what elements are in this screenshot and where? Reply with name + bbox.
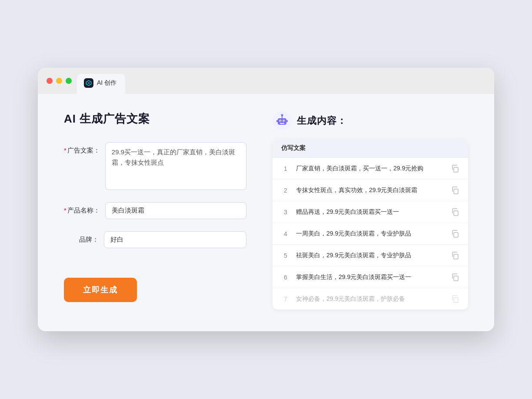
robot-icon bbox=[273, 111, 292, 130]
svg-rect-14 bbox=[454, 189, 458, 194]
svg-point-8 bbox=[280, 120, 281, 121]
row-text: 赠品再送，29.9元美白淡斑霜买一送一 bbox=[296, 207, 445, 216]
copy-icon[interactable] bbox=[451, 186, 459, 195]
right-header: 生成内容： bbox=[273, 111, 468, 130]
svg-point-9 bbox=[283, 120, 284, 121]
copy-icon[interactable] bbox=[451, 295, 459, 303]
minimize-button[interactable] bbox=[56, 78, 62, 84]
row-text: 厂家直销，美白淡斑霜，买一送一，29.9元抢购 bbox=[296, 164, 445, 173]
required-star-ad: * bbox=[64, 146, 66, 154]
row-num: 7 bbox=[281, 296, 290, 303]
svg-rect-11 bbox=[276, 120, 278, 122]
copy-icon[interactable] bbox=[451, 251, 459, 260]
right-panel-title: 生成内容： bbox=[297, 114, 347, 127]
svg-rect-15 bbox=[454, 211, 458, 216]
browser-content: AI 生成广告文案 *广告文案： 29.9买一送一，真正的厂家直销，美白淡斑霜，… bbox=[38, 94, 494, 331]
row-text: 专抹女性斑点，真实功效，29.9元美白淡斑霜 bbox=[296, 186, 445, 195]
table-row: 2 专抹女性斑点，真实功效，29.9元美白淡斑霜 bbox=[273, 180, 468, 201]
svg-text:AI: AI bbox=[87, 82, 90, 84]
row-num: 6 bbox=[281, 274, 290, 281]
row-text: 女神必备，29.9元美白淡斑霜，护肤必备 bbox=[296, 294, 445, 303]
brand-label: 品牌： bbox=[64, 231, 99, 244]
maximize-button[interactable] bbox=[66, 78, 72, 84]
table-row: 4 一周美白，29.9元美白淡斑霜，专业护肤品 bbox=[273, 223, 468, 245]
right-panel: 生成内容： 仿写文案 1 厂家直销，美白淡斑霜，买一送一，29.9元抢购 bbox=[273, 111, 468, 309]
row-text: 祛斑美白，29.9元美白淡斑霜，专业护肤品 bbox=[296, 251, 445, 260]
row-num: 4 bbox=[281, 230, 290, 237]
table-row: 6 掌握美白生活，29.9元美白淡斑霜买一送一 bbox=[273, 266, 468, 288]
product-name-group: *产品名称： bbox=[64, 202, 246, 219]
svg-rect-18 bbox=[454, 276, 458, 281]
copy-icon[interactable] bbox=[451, 229, 459, 238]
brand-group: 品牌： bbox=[64, 231, 246, 248]
generate-button[interactable]: 立即生成 bbox=[64, 278, 137, 302]
browser-window: AI AI 创作 AI 生成广告文案 *广告文案： 29.9买一送一，真正的厂家… bbox=[38, 68, 494, 331]
row-text: 一周美白，29.9元美白淡斑霜，专业护肤品 bbox=[296, 229, 445, 238]
row-num: 1 bbox=[281, 165, 290, 172]
table-row: 3 赠品再送，29.9元美白淡斑霜买一送一 bbox=[273, 201, 468, 223]
table-row: 5 祛斑美白，29.9元美白淡斑霜，专业护肤品 bbox=[273, 245, 468, 266]
svg-rect-12 bbox=[286, 120, 288, 122]
ad-copy-group: *广告文案： 29.9买一送一，真正的厂家直销，美白淡斑霜，专抹女性斑点 bbox=[64, 142, 246, 190]
svg-rect-13 bbox=[454, 167, 458, 172]
required-star-product: * bbox=[64, 206, 66, 214]
ai-tab[interactable]: AI AI 创作 bbox=[77, 74, 125, 94]
traffic-lights bbox=[47, 78, 72, 90]
titlebar: AI AI 创作 bbox=[38, 68, 494, 94]
row-num: 2 bbox=[281, 187, 290, 194]
ai-tab-icon: AI bbox=[84, 78, 93, 88]
table-row: 7 女神必备，29.9元美白淡斑霜，护肤必备 bbox=[273, 288, 468, 309]
page-title: AI 生成广告文案 bbox=[64, 111, 246, 126]
table-header: 仿写文案 bbox=[273, 139, 468, 158]
table-row: 1 厂家直销，美白淡斑霜，买一送一，29.9元抢购 bbox=[273, 158, 468, 180]
svg-rect-10 bbox=[280, 123, 284, 124]
left-panel: AI 生成广告文案 *广告文案： 29.9买一送一，真正的厂家直销，美白淡斑霜，… bbox=[64, 111, 246, 309]
svg-rect-16 bbox=[454, 233, 458, 237]
row-text: 掌握美白生活，29.9元美白淡斑霜买一送一 bbox=[296, 273, 445, 282]
ad-copy-textarea[interactable]: 29.9买一送一，真正的厂家直销，美白淡斑霜，专抹女性斑点 bbox=[105, 142, 246, 190]
results-table: 仿写文案 1 厂家直销，美白淡斑霜，买一送一，29.9元抢购 2 专抹女性斑点 bbox=[273, 139, 468, 309]
svg-point-5 bbox=[281, 114, 283, 116]
close-button[interactable] bbox=[47, 78, 53, 84]
product-name-label: *产品名称： bbox=[64, 202, 100, 215]
brand-input[interactable] bbox=[104, 231, 246, 248]
copy-icon[interactable] bbox=[451, 164, 459, 173]
svg-rect-17 bbox=[454, 254, 458, 259]
product-name-input[interactable] bbox=[105, 202, 246, 219]
tab-label: AI 创作 bbox=[97, 79, 116, 87]
ad-copy-label: *广告文案： bbox=[64, 142, 100, 155]
row-num: 3 bbox=[281, 209, 290, 216]
svg-rect-19 bbox=[454, 298, 458, 303]
row-num: 5 bbox=[281, 252, 290, 259]
copy-icon[interactable] bbox=[451, 208, 459, 216]
main-layout: AI 生成广告文案 *广告文案： 29.9买一送一，真正的厂家直销，美白淡斑霜，… bbox=[64, 111, 468, 309]
copy-icon[interactable] bbox=[451, 273, 459, 282]
